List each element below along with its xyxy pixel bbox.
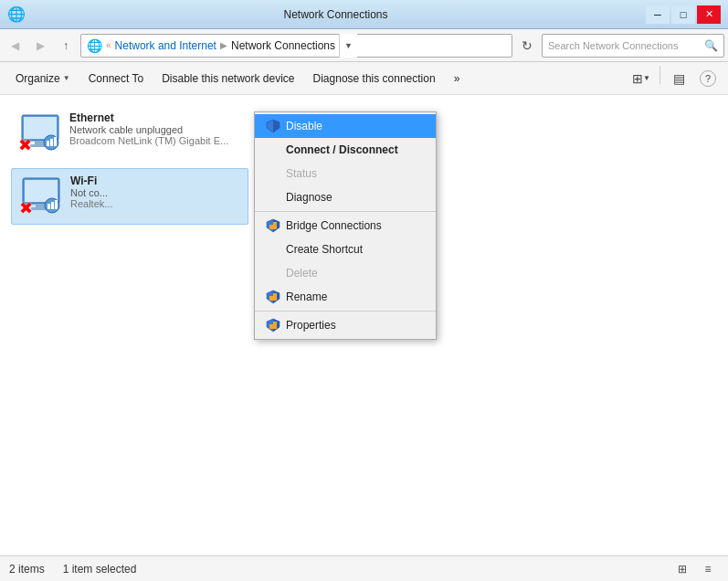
context-sep-2 xyxy=(255,311,436,312)
view-options-icon: ⊞ xyxy=(632,71,643,86)
minimize-button[interactable]: ─ xyxy=(646,5,670,24)
search-placeholder-text: Search Network Connections xyxy=(548,40,678,51)
rename-label: Rename xyxy=(286,290,327,303)
context-connect-disconnect[interactable]: Connect / Disconnect xyxy=(255,138,436,162)
disable-label: Disable xyxy=(286,120,322,132)
ethernet-status: Network cable unplugged xyxy=(69,124,241,135)
bridge-label: Bridge Connections xyxy=(286,219,382,232)
items-area: ✖ Ethernet Network cable unplugged Broad… xyxy=(0,95,728,555)
up-button[interactable]: ↑ xyxy=(55,35,77,57)
ethernet-desc: Broadcom NetLink (TM) Gigabit E... xyxy=(69,135,241,146)
diagnose-label: Diagnose xyxy=(286,191,332,204)
wifi-status: Not co... xyxy=(70,187,240,198)
small-icons-view-icon: ≡ xyxy=(704,563,711,576)
titlebar-controls: ─ □ ✕ xyxy=(646,5,721,24)
close-button[interactable]: ✕ xyxy=(697,5,721,24)
context-delete: Delete xyxy=(255,261,436,285)
ethernet-icon-container: ✖ xyxy=(18,111,62,155)
titlebar: 🌐 Network Connections ─ □ ✕ xyxy=(0,0,728,29)
large-icons-view-button[interactable]: ⊞ xyxy=(671,559,693,579)
delete-spacer xyxy=(266,266,280,280)
context-create-shortcut[interactable]: Create Shortcut xyxy=(255,238,436,261)
svg-rect-14 xyxy=(51,202,54,209)
wifi-icon-container: ✖ xyxy=(19,174,63,218)
delete-label: Delete xyxy=(286,267,318,280)
ethernet-item[interactable]: ✖ Ethernet Network cable unplugged Broad… xyxy=(11,106,248,161)
wifi-item[interactable]: ✖ Wi-Fi Not co... Realtek... xyxy=(11,168,248,225)
svg-rect-25 xyxy=(273,293,277,301)
svg-rect-5 xyxy=(47,141,49,146)
organize-label: Organize xyxy=(16,72,60,85)
bridge-shield xyxy=(266,218,280,233)
context-menu: Disable Connect / Disconnect Status Diag… xyxy=(254,111,437,340)
maximize-button[interactable]: □ xyxy=(671,5,695,24)
svg-rect-15 xyxy=(55,200,58,209)
titlebar-left: 🌐 xyxy=(7,5,26,23)
rename-shield-icon xyxy=(266,290,280,304)
diagnose-label: Diagnose this connection xyxy=(313,72,436,85)
shortcut-label: Create Shortcut xyxy=(286,243,363,256)
help-button[interactable]: ? xyxy=(695,66,721,91)
context-bridge[interactable]: Bridge Connections xyxy=(255,214,436,238)
connect-to-label: Connect To xyxy=(89,72,144,85)
context-disable[interactable]: Disable xyxy=(255,114,436,138)
organize-button[interactable]: Organize ▼ xyxy=(7,66,79,91)
forward-button[interactable]: ▶ xyxy=(29,35,51,57)
help-icon: ? xyxy=(700,70,716,87)
view-dropdown-icon: ▼ xyxy=(643,74,650,82)
svg-marker-17 xyxy=(273,120,280,132)
address-box[interactable]: 🌐 « Network and Internet ▶ Network Conne… xyxy=(80,34,512,58)
selected-count: 1 item selected xyxy=(63,563,137,576)
small-icons-view-button[interactable]: ≡ xyxy=(697,559,719,579)
more-label: » xyxy=(454,72,460,85)
status-spacer xyxy=(266,166,280,181)
bridge-shield-icon xyxy=(266,218,280,233)
context-rename[interactable]: Rename xyxy=(255,285,436,309)
ethernet-info: Ethernet Network cable unplugged Broadco… xyxy=(69,111,241,146)
properties-label: Properties xyxy=(286,319,336,332)
breadcrumb-separator1: « xyxy=(106,40,111,50)
wifi-error-icon: ✖ xyxy=(19,198,33,218)
status-label: Status xyxy=(286,167,317,180)
address-dropdown-button[interactable]: ▼ xyxy=(339,34,357,58)
connect-label: Connect / Disconnect xyxy=(286,143,398,156)
disable-label: Disable this network device xyxy=(162,72,294,85)
breadcrumb-part2: Network Connections xyxy=(231,39,335,52)
view-options-button[interactable]: ⊞ ▼ xyxy=(628,66,654,91)
svg-rect-20 xyxy=(269,225,273,229)
diagnose-button[interactable]: Diagnose this connection xyxy=(305,66,444,91)
wifi-info: Wi-Fi Not co... Realtek... xyxy=(70,174,240,209)
disable-button[interactable]: Disable this network device xyxy=(153,66,302,91)
svg-rect-24 xyxy=(269,296,273,301)
toolbar: Organize ▼ Connect To Disable this netwo… xyxy=(0,62,728,95)
svg-rect-21 xyxy=(273,222,277,229)
ethernet-name: Ethernet xyxy=(69,111,241,124)
connect-spacer xyxy=(266,143,280,157)
toolbar-right: ⊞ ▼ ▤ ? xyxy=(628,66,721,91)
connect-to-button[interactable]: Connect To xyxy=(80,66,153,91)
context-properties[interactable]: Properties xyxy=(255,313,436,337)
svg-rect-7 xyxy=(54,137,57,146)
details-pane-button[interactable]: ▤ xyxy=(666,66,691,91)
disable-icon xyxy=(266,119,280,133)
rename-shield xyxy=(266,290,280,304)
refresh-button[interactable]: ↻ xyxy=(516,35,538,57)
svg-rect-29 xyxy=(273,322,277,329)
search-box[interactable]: Search Network Connections 🔍 xyxy=(542,34,724,58)
items-count: 2 items xyxy=(9,563,45,576)
main-content: ✖ Ethernet Network cable unplugged Broad… xyxy=(0,95,728,555)
properties-shield xyxy=(266,318,280,333)
diagnose-spacer xyxy=(266,190,280,205)
breadcrumb-part1[interactable]: Network and Internet xyxy=(115,39,216,52)
addressbar: ◀ ▶ ↑ 🌐 « Network and Internet ▶ Network… xyxy=(0,29,728,62)
context-sep-1 xyxy=(255,211,436,212)
properties-shield-icon xyxy=(266,318,280,333)
statusbar: 2 items 1 item selected ⊞ ≡ xyxy=(0,555,728,581)
shortcut-spacer xyxy=(266,242,280,257)
breadcrumb-arrow: ▶ xyxy=(220,40,227,50)
svg-rect-28 xyxy=(269,324,273,329)
more-button[interactable]: » xyxy=(446,66,469,91)
context-diagnose[interactable]: Diagnose xyxy=(255,185,436,209)
back-button[interactable]: ◀ xyxy=(4,35,26,57)
wifi-name: Wi-Fi xyxy=(70,174,240,187)
